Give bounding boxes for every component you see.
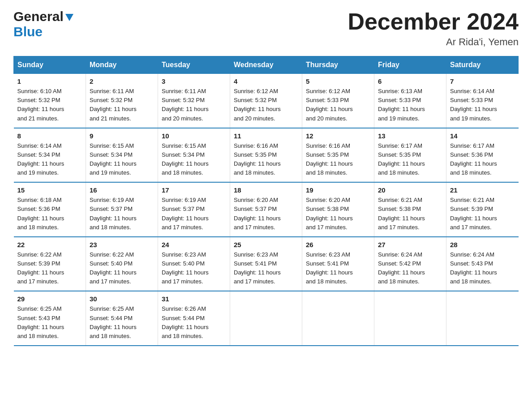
calendar-cell: 30Sunrise: 6:25 AMSunset: 5:44 PMDayligh… — [86, 291, 158, 346]
header-row: Sunday Monday Tuesday Wednesday Thursday… — [14, 56, 519, 74]
calendar-cell: 26Sunrise: 6:23 AMSunset: 5:41 PMDayligh… — [302, 237, 374, 291]
col-friday: Friday — [374, 56, 446, 74]
calendar-week-row: 15Sunrise: 6:18 AMSunset: 5:36 PMDayligh… — [14, 182, 519, 237]
day-info: Sunrise: 6:14 AMSunset: 5:33 PMDaylight:… — [450, 87, 515, 123]
day-info: Sunrise: 6:23 AMSunset: 5:41 PMDaylight:… — [234, 250, 298, 287]
day-info: Sunrise: 6:10 AMSunset: 5:32 PMDaylight:… — [17, 87, 82, 123]
calendar-cell: 5Sunrise: 6:12 AMSunset: 5:33 PMDaylight… — [302, 74, 374, 128]
calendar-cell: 23Sunrise: 6:22 AMSunset: 5:40 PMDayligh… — [86, 237, 158, 291]
calendar-cell: 21Sunrise: 6:21 AMSunset: 5:39 PMDayligh… — [446, 182, 519, 237]
day-number: 14 — [450, 132, 515, 140]
calendar-table: Sunday Monday Tuesday Wednesday Thursday… — [13, 56, 519, 346]
calendar-week-row: 29Sunrise: 6:25 AMSunset: 5:43 PMDayligh… — [14, 291, 519, 346]
calendar-cell: 12Sunrise: 6:16 AMSunset: 5:35 PMDayligh… — [302, 128, 374, 183]
calendar-cell — [230, 291, 302, 346]
day-info: Sunrise: 6:14 AMSunset: 5:34 PMDaylight:… — [17, 141, 82, 178]
day-info: Sunrise: 6:23 AMSunset: 5:41 PMDaylight:… — [306, 250, 370, 287]
day-number: 4 — [234, 77, 298, 85]
calendar-cell: 22Sunrise: 6:22 AMSunset: 5:39 PMDayligh… — [14, 237, 86, 291]
day-number: 10 — [162, 132, 226, 140]
calendar-cell: 1Sunrise: 6:10 AMSunset: 5:32 PMDaylight… — [14, 74, 86, 128]
col-thursday: Thursday — [302, 56, 374, 74]
day-number: 26 — [306, 241, 370, 248]
calendar-cell: 7Sunrise: 6:14 AMSunset: 5:33 PMDaylight… — [446, 74, 519, 128]
day-number: 2 — [90, 77, 154, 85]
day-number: 8 — [17, 132, 82, 140]
day-info: Sunrise: 6:22 AMSunset: 5:40 PMDaylight:… — [90, 250, 154, 287]
calendar-week-row: 22Sunrise: 6:22 AMSunset: 5:39 PMDayligh… — [14, 237, 519, 291]
day-number: 20 — [378, 186, 442, 194]
calendar-cell: 10Sunrise: 6:15 AMSunset: 5:34 PMDayligh… — [158, 128, 230, 183]
day-info: Sunrise: 6:26 AMSunset: 5:44 PMDaylight:… — [162, 304, 226, 341]
day-number: 23 — [90, 241, 154, 248]
day-info: Sunrise: 6:20 AMSunset: 5:37 PMDaylight:… — [234, 196, 298, 232]
calendar-cell: 25Sunrise: 6:23 AMSunset: 5:41 PMDayligh… — [230, 237, 302, 291]
svg-marker-0 — [65, 14, 73, 21]
logo-blue-text: Blue — [13, 24, 43, 39]
logo: General Blue — [13, 9, 74, 39]
calendar-cell — [302, 291, 374, 346]
calendar-cell: 14Sunrise: 6:17 AMSunset: 5:36 PMDayligh… — [446, 128, 519, 183]
calendar-cell: 20Sunrise: 6:21 AMSunset: 5:38 PMDayligh… — [374, 182, 446, 237]
day-info: Sunrise: 6:19 AMSunset: 5:37 PMDaylight:… — [90, 196, 154, 232]
col-tuesday: Tuesday — [158, 56, 230, 74]
col-sunday: Sunday — [14, 56, 86, 74]
day-number: 16 — [90, 186, 154, 194]
day-info: Sunrise: 6:12 AMSunset: 5:32 PMDaylight:… — [234, 87, 298, 123]
day-info: Sunrise: 6:11 AMSunset: 5:32 PMDaylight:… — [162, 87, 226, 123]
day-number: 1 — [17, 77, 82, 85]
page-header: General Blue December 2024 Ar Rida'i, Ye… — [13, 9, 519, 48]
day-info: Sunrise: 6:18 AMSunset: 5:36 PMDaylight:… — [17, 196, 82, 232]
day-number: 5 — [306, 77, 370, 85]
logo-triangle-icon — [64, 12, 74, 22]
calendar-cell: 18Sunrise: 6:20 AMSunset: 5:37 PMDayligh… — [230, 182, 302, 237]
day-info: Sunrise: 6:21 AMSunset: 5:39 PMDaylight:… — [450, 196, 515, 232]
day-info: Sunrise: 6:15 AMSunset: 5:34 PMDaylight:… — [90, 141, 154, 178]
day-info: Sunrise: 6:25 AMSunset: 5:43 PMDaylight:… — [17, 304, 82, 341]
day-info: Sunrise: 6:12 AMSunset: 5:33 PMDaylight:… — [306, 87, 370, 123]
day-number: 11 — [234, 132, 298, 140]
day-number: 29 — [17, 295, 82, 303]
day-number: 25 — [234, 241, 298, 248]
day-info: Sunrise: 6:25 AMSunset: 5:44 PMDaylight:… — [90, 304, 154, 341]
day-number: 24 — [162, 241, 226, 248]
day-number: 18 — [234, 186, 298, 194]
day-number: 19 — [306, 186, 370, 194]
calendar-cell: 17Sunrise: 6:19 AMSunset: 5:37 PMDayligh… — [158, 182, 230, 237]
day-number: 6 — [378, 77, 442, 85]
day-info: Sunrise: 6:16 AMSunset: 5:35 PMDaylight:… — [234, 141, 298, 178]
col-monday: Monday — [86, 56, 158, 74]
calendar-week-row: 1Sunrise: 6:10 AMSunset: 5:32 PMDaylight… — [14, 74, 519, 128]
calendar-cell: 9Sunrise: 6:15 AMSunset: 5:34 PMDaylight… — [86, 128, 158, 183]
day-number: 27 — [378, 241, 442, 248]
calendar-cell: 13Sunrise: 6:17 AMSunset: 5:35 PMDayligh… — [374, 128, 446, 183]
calendar-cell: 15Sunrise: 6:18 AMSunset: 5:36 PMDayligh… — [14, 182, 86, 237]
calendar-cell: 3Sunrise: 6:11 AMSunset: 5:32 PMDaylight… — [158, 74, 230, 128]
day-number: 22 — [17, 241, 82, 248]
day-info: Sunrise: 6:24 AMSunset: 5:42 PMDaylight:… — [378, 250, 442, 287]
day-info: Sunrise: 6:11 AMSunset: 5:32 PMDaylight:… — [90, 87, 154, 123]
day-info: Sunrise: 6:21 AMSunset: 5:38 PMDaylight:… — [378, 196, 442, 232]
calendar-header: Sunday Monday Tuesday Wednesday Thursday… — [14, 56, 519, 74]
calendar-cell: 24Sunrise: 6:23 AMSunset: 5:40 PMDayligh… — [158, 237, 230, 291]
calendar-cell: 11Sunrise: 6:16 AMSunset: 5:35 PMDayligh… — [230, 128, 302, 183]
day-number: 28 — [450, 241, 515, 248]
logo-general-text: General — [13, 9, 64, 24]
col-wednesday: Wednesday — [230, 56, 302, 74]
calendar-cell: 31Sunrise: 6:26 AMSunset: 5:44 PMDayligh… — [158, 291, 230, 346]
calendar-cell: 16Sunrise: 6:19 AMSunset: 5:37 PMDayligh… — [86, 182, 158, 237]
day-number: 7 — [450, 77, 515, 85]
calendar-cell — [446, 291, 519, 346]
month-title: December 2024 — [348, 9, 519, 34]
calendar-cell: 19Sunrise: 6:20 AMSunset: 5:38 PMDayligh… — [302, 182, 374, 237]
day-info: Sunrise: 6:17 AMSunset: 5:35 PMDaylight:… — [378, 141, 442, 178]
calendar-cell: 28Sunrise: 6:24 AMSunset: 5:43 PMDayligh… — [446, 237, 519, 291]
calendar-cell: 6Sunrise: 6:13 AMSunset: 5:33 PMDaylight… — [374, 74, 446, 128]
calendar-body: 1Sunrise: 6:10 AMSunset: 5:32 PMDaylight… — [14, 74, 519, 346]
day-info: Sunrise: 6:19 AMSunset: 5:37 PMDaylight:… — [162, 196, 226, 232]
calendar-week-row: 8Sunrise: 6:14 AMSunset: 5:34 PMDaylight… — [14, 128, 519, 183]
day-info: Sunrise: 6:24 AMSunset: 5:43 PMDaylight:… — [450, 250, 515, 287]
day-info: Sunrise: 6:20 AMSunset: 5:38 PMDaylight:… — [306, 196, 370, 232]
day-number: 21 — [450, 186, 515, 194]
location-text: Ar Rida'i, Yemen — [348, 36, 519, 48]
